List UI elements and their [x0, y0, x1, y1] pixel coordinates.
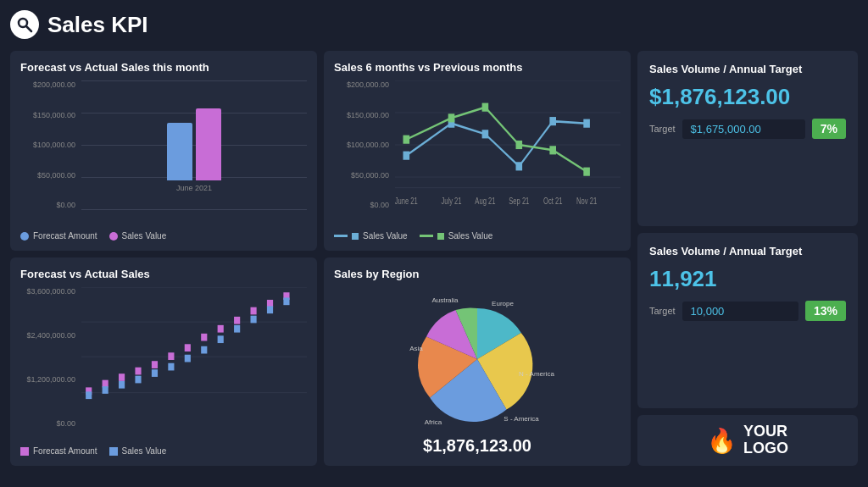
sales-6months-title: Sales 6 months vs Previous months	[334, 61, 620, 74]
svg-text:Africa: Africa	[425, 418, 442, 426]
right-column: Sales Volume / Annual Target $1,876,123.…	[637, 51, 858, 466]
kpi2-title: Sales Volume / Annual Target	[649, 245, 846, 257]
svg-rect-31	[119, 374, 125, 381]
kpi2-value: 11,921	[649, 266, 846, 292]
svg-rect-46	[152, 369, 158, 377]
svg-rect-45	[135, 376, 141, 384]
legend-forecast-sq-label: Forecast Amount	[33, 446, 97, 456]
kpi2-row: Target 10,000 13%	[649, 301, 846, 321]
svg-text:N - America: N - America	[519, 370, 554, 378]
legend-blue-label: Sales Value	[363, 231, 408, 241]
scatter-chart-inner	[81, 287, 307, 424]
legend-blue-line: Sales Value	[334, 231, 408, 241]
svg-text:Aug 21: Aug 21	[475, 196, 495, 206]
logo-text: YOUR LOGO	[743, 423, 788, 457]
svg-rect-35	[185, 344, 191, 351]
kpi1-target-label: Target	[649, 124, 676, 134]
kpi1-row: Target $1,675,000.00 7%	[649, 119, 846, 139]
svg-line-1	[26, 26, 31, 31]
svg-rect-44	[119, 381, 125, 389]
logo-area: 🔥 YOUR LOGO	[637, 415, 858, 466]
svg-rect-12	[583, 119, 590, 128]
svg-rect-13	[403, 136, 410, 144]
sales-bar	[196, 108, 221, 180]
kpi1-pct: 7%	[812, 119, 846, 139]
legend-sales-label: Sales Value	[122, 231, 167, 241]
svg-rect-14	[448, 113, 455, 122]
bar-group-june	[167, 108, 221, 180]
pie-container: Europe N - America S - America Africa As…	[334, 287, 620, 456]
kpi1-value: $1,876,123.00	[649, 84, 846, 110]
line-chart-area: $200,000.00 $150,000.00 $100,000.00 $50,…	[334, 80, 620, 226]
svg-rect-49	[201, 346, 207, 354]
legend-forecast: Forecast Amount	[20, 231, 97, 241]
svg-rect-18	[583, 168, 590, 176]
svg-text:S - America: S - America	[504, 415, 539, 423]
svg-text:Nov 21: Nov 21	[576, 196, 597, 206]
svg-rect-40	[267, 300, 273, 307]
svg-rect-43	[103, 386, 108, 394]
svg-rect-37	[218, 325, 224, 333]
scatter-svg	[81, 287, 307, 424]
line-chart-svg: June 21 July 21 Aug 21 Sep 21 Oct 21 Nov…	[395, 80, 620, 209]
kpi2-target-value: 10,000	[682, 302, 798, 321]
pie-chart-svg: Europe N - America S - America Africa As…	[392, 287, 562, 431]
svg-rect-42	[86, 391, 92, 399]
y-axis-scatter: $3,600,000.00 $2,400,000.00 $1,200,000.0…	[20, 287, 80, 428]
forecast-bar	[167, 123, 192, 180]
bar-chart-area: $200,000.00 $150,000.00 $100,000.00 $50,…	[20, 80, 307, 226]
legend-sales-sq: Sales Value	[109, 446, 167, 456]
svg-rect-17	[549, 146, 556, 154]
svg-rect-39	[251, 307, 257, 315]
scatter-legend: Forecast Amount Sales Value	[20, 446, 307, 456]
y-axis: $200,000.00 $150,000.00 $100,000.00 $50,…	[20, 80, 80, 209]
kpi2-target-label: Target	[649, 306, 676, 316]
region-title: Sales by Region	[334, 268, 620, 280]
svg-rect-30	[103, 380, 108, 388]
forecast-actual-title: Forecast vs Actual Sales	[20, 268, 307, 280]
svg-rect-52	[251, 316, 257, 324]
legend-green-line: Sales Value	[420, 231, 493, 241]
legend-forecast-sq: Forecast Amount	[20, 446, 97, 456]
svg-rect-9	[482, 130, 489, 138]
svg-rect-47	[168, 363, 174, 371]
forecast-vs-actual-month-card: Forecast vs Actual Sales this month $200…	[10, 51, 317, 251]
sales-by-region-card: Sales by Region	[324, 257, 631, 466]
dashboard: Sales KPI Forecast vs Actual Sales this …	[0, 0, 868, 487]
bar-chart-inner: June 2021	[81, 80, 307, 209]
svg-rect-38	[234, 317, 240, 324]
pie-total: $1,876,123.00	[423, 436, 531, 456]
svg-rect-51	[234, 325, 240, 333]
forecast-month-title: Forecast vs Actual Sales this month	[20, 61, 307, 74]
kpi1-card: Sales Volume / Annual Target $1,876,123.…	[637, 51, 858, 226]
search-icon	[10, 10, 39, 39]
svg-text:Sep 21: Sep 21	[509, 196, 529, 206]
svg-rect-54	[283, 297, 289, 305]
bar-x-label: June 2021	[176, 184, 212, 192]
svg-text:Oct 21: Oct 21	[543, 196, 562, 206]
kpi2-card: Sales Volume / Annual Target 11,921 Targ…	[637, 233, 858, 408]
legend-sales: Sales Value	[109, 231, 167, 241]
svg-rect-7	[403, 152, 410, 160]
header: Sales KPI	[10, 10, 858, 44]
legend-sales-sq-label: Sales Value	[122, 446, 167, 456]
svg-text:July 21: July 21	[441, 196, 461, 206]
legend-forecast-label: Forecast Amount	[33, 231, 97, 241]
flame-icon: 🔥	[707, 427, 737, 455]
kpi1-target-value: $1,675,000.00	[682, 119, 805, 139]
svg-rect-50	[218, 335, 224, 343]
kpi2-pct: 13%	[805, 301, 846, 321]
scatter-chart-area: $3,600,000.00 $2,400,000.00 $1,200,000.0…	[20, 287, 307, 441]
sales-6months-card: Sales 6 months vs Previous months $200,0…	[324, 51, 631, 251]
kpi1-title: Sales Volume / Annual Target	[649, 63, 846, 75]
svg-rect-34	[168, 352, 174, 360]
svg-rect-11	[549, 117, 556, 125]
y-axis-line: $200,000.00 $150,000.00 $100,000.00 $50,…	[334, 80, 393, 209]
forecast-vs-actual-card: Forecast vs Actual Sales $3,600,000.00 $…	[10, 257, 317, 466]
bar-chart: June 2021	[81, 80, 307, 209]
line-chart-inner: June 21 July 21 Aug 21 Sep 21 Oct 21 Nov…	[395, 80, 620, 209]
line-chart-legend: Sales Value Sales Value	[334, 231, 620, 241]
svg-rect-48	[185, 355, 191, 362]
svg-text:June 21: June 21	[395, 196, 418, 206]
svg-rect-33	[152, 361, 158, 368]
